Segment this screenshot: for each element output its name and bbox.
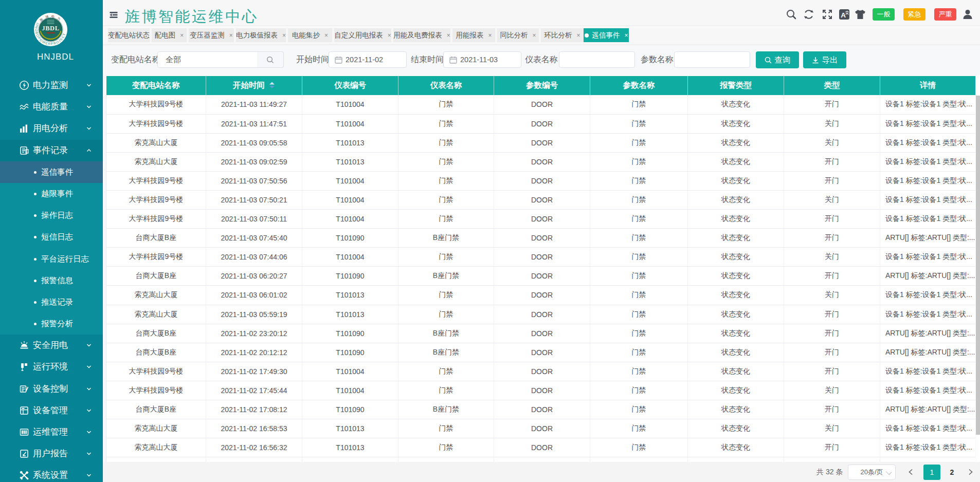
- svg-text:A: A: [841, 11, 846, 19]
- svg-text:JBDL: JBDL: [42, 25, 60, 32]
